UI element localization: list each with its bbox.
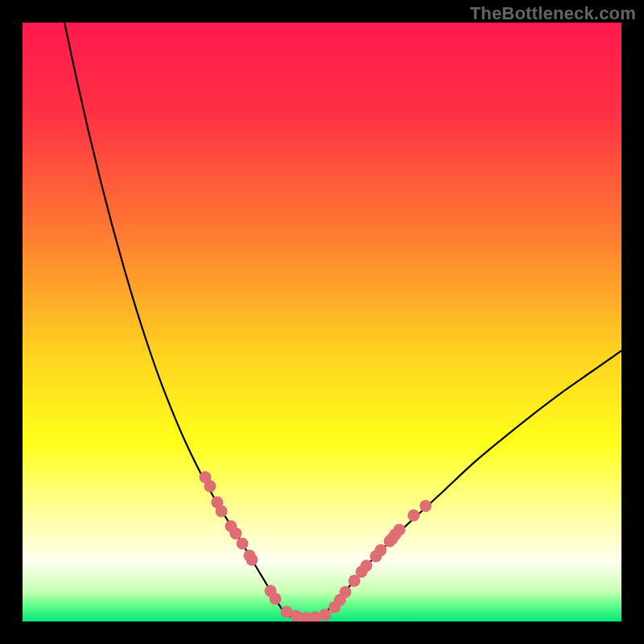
data-marker	[319, 609, 331, 621]
data-marker	[237, 538, 249, 550]
data-marker	[204, 480, 216, 492]
data-marker	[340, 586, 352, 598]
data-marker	[407, 510, 419, 522]
bottleneck-curve	[64, 23, 621, 618]
data-marker	[269, 592, 281, 605]
data-marker	[246, 554, 258, 566]
watermark-text: TheBottleneck.com	[470, 3, 636, 24]
data-marker	[419, 500, 431, 512]
data-marker	[216, 506, 228, 518]
data-marker	[374, 544, 386, 556]
chart-frame: TheBottleneck.com	[0, 0, 644, 644]
plot-area	[23, 23, 621, 621]
curve-layer	[23, 23, 621, 621]
data-marker	[393, 524, 405, 536]
data-marker	[361, 559, 373, 572]
data-marker	[229, 527, 242, 539]
